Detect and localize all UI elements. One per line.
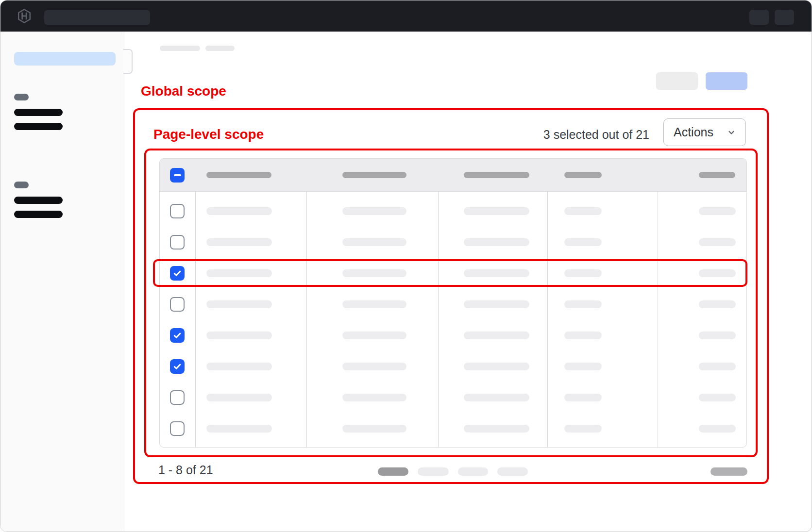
column-header-placeholder-5	[699, 172, 735, 178]
selection-summary: 3 selected out of 21	[543, 128, 649, 142]
sidebar-item-2[interactable]	[14, 123, 63, 130]
primary-button-placeholder[interactable]	[706, 72, 747, 90]
topbar	[0, 0, 812, 32]
row-checkbox[interactable]	[170, 297, 185, 312]
sidebar-section-label-1	[14, 94, 29, 100]
row-checkbox[interactable]	[170, 390, 185, 405]
page-level-scope-label: Page-level scope	[153, 127, 264, 142]
sidebar-item-1[interactable]	[14, 109, 63, 116]
cell-placeholder	[206, 300, 272, 308]
cell-placeholder	[564, 300, 602, 308]
table-row	[160, 320, 746, 351]
cell-placeholder	[206, 425, 272, 432]
check-icon	[172, 268, 182, 278]
pagination-range: 1 - 8 of 21	[158, 463, 213, 477]
table-body	[160, 192, 746, 444]
cell-placeholder	[464, 332, 529, 339]
sidebar	[0, 32, 124, 532]
breadcrumb-item-2[interactable]	[205, 46, 235, 51]
hashicorp-logo-icon	[17, 9, 32, 23]
table-row	[160, 351, 746, 382]
cell-placeholder	[699, 425, 736, 432]
cell-placeholder	[342, 207, 406, 215]
data-table	[159, 158, 747, 448]
row-checkbox[interactable]	[170, 421, 185, 436]
secondary-button-placeholder[interactable]	[656, 72, 698, 90]
row-checkbox[interactable]	[170, 204, 185, 218]
cell-placeholder	[206, 332, 272, 339]
app-frame: Global scope Page-level scope Row-level …	[0, 0, 812, 532]
cell-placeholder	[464, 425, 529, 432]
column-header-placeholder-4	[564, 172, 602, 178]
table-row	[160, 289, 746, 320]
page-size-placeholder[interactable]	[710, 467, 747, 476]
cell-placeholder	[342, 300, 406, 308]
sidebar-section-label-2	[14, 182, 29, 188]
sidebar-item-4[interactable]	[14, 211, 63, 218]
cell-placeholder	[564, 363, 602, 370]
cell-placeholder	[206, 238, 272, 246]
cell-placeholder	[699, 238, 736, 246]
cell-placeholder	[564, 207, 602, 215]
pagination-control-placeholder-1[interactable]	[378, 467, 408, 476]
pagination-control-placeholder-2[interactable]	[418, 467, 449, 476]
cell-placeholder	[206, 269, 272, 277]
cell-placeholder	[464, 207, 529, 215]
cell-placeholder	[342, 425, 406, 432]
cell-placeholder	[699, 207, 736, 215]
cell-placeholder	[564, 238, 602, 246]
table-row	[160, 227, 746, 258]
cell-placeholder	[342, 394, 406, 401]
cell-placeholder	[206, 207, 272, 215]
topbar-action-placeholder-1[interactable]	[749, 10, 769, 25]
row-checkbox[interactable]	[170, 235, 185, 249]
table-row	[160, 382, 746, 413]
cell-placeholder	[699, 300, 736, 308]
table-header-row	[160, 159, 746, 192]
actions-button-label: Actions	[674, 125, 713, 139]
cell-placeholder	[464, 300, 529, 308]
cell-placeholder	[206, 394, 272, 401]
cell-placeholder	[564, 425, 602, 432]
check-icon	[172, 331, 182, 340]
cell-placeholder	[564, 394, 602, 401]
cell-placeholder	[206, 363, 272, 370]
cell-placeholder	[342, 238, 406, 246]
table-row	[160, 413, 746, 444]
cell-placeholder	[699, 269, 736, 277]
cell-placeholder	[464, 394, 529, 401]
breadcrumb-item-1[interactable]	[160, 46, 200, 51]
cell-placeholder	[564, 332, 602, 339]
pagination-control-placeholder-4[interactable]	[497, 467, 528, 476]
select-all-checkbox[interactable]	[170, 168, 185, 183]
sidebar-active-item[interactable]	[14, 52, 116, 66]
column-header-placeholder-3	[464, 172, 529, 178]
row-checkbox[interactable]	[170, 359, 185, 374]
actions-button[interactable]: Actions	[663, 118, 746, 146]
table-row	[160, 258, 746, 289]
check-icon	[172, 362, 182, 371]
column-header-placeholder-1	[206, 172, 271, 178]
cell-placeholder	[342, 363, 406, 370]
row-checkbox[interactable]	[170, 328, 185, 343]
pagination-control-placeholder-3[interactable]	[458, 467, 488, 476]
cell-placeholder	[699, 363, 736, 370]
cell-placeholder	[699, 332, 736, 339]
column-header-placeholder-2	[342, 172, 406, 178]
global-search-placeholder[interactable]	[44, 10, 150, 25]
cell-placeholder	[342, 332, 406, 339]
cell-placeholder	[342, 269, 406, 277]
sidebar-item-3[interactable]	[14, 197, 63, 204]
global-scope-label: Global scope	[141, 84, 226, 99]
chevron-down-icon	[727, 128, 736, 137]
table-row	[160, 196, 746, 227]
cell-placeholder	[464, 269, 529, 277]
topbar-action-placeholder-2[interactable]	[775, 10, 794, 25]
row-checkbox[interactable]	[170, 266, 185, 281]
sidebar-collapse-handle[interactable]	[123, 49, 133, 74]
cell-placeholder	[564, 269, 602, 277]
minus-icon	[174, 174, 181, 176]
cell-placeholder	[699, 394, 736, 401]
cell-placeholder	[464, 363, 529, 370]
cell-placeholder	[464, 238, 529, 246]
